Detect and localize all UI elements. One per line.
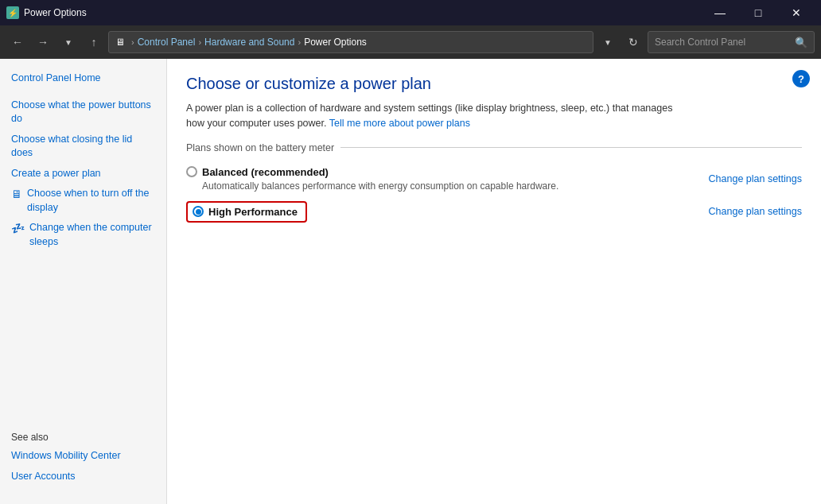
sidebar-link-turn-off-display[interactable]: 🖥 Choose when to turn off the display — [0, 184, 166, 218]
balanced-plan-name: Balanced (recommended) — [202, 166, 329, 178]
sep3: › — [298, 37, 301, 47]
app-icon: ⚡ — [6, 6, 19, 19]
high-performance-radio[interactable] — [193, 206, 204, 217]
sleep-icon: 💤 — [11, 221, 25, 237]
breadcrumb-icon: 🖥 — [115, 37, 125, 48]
search-box: 🔍 — [648, 31, 815, 53]
sidebar-link-sleep[interactable]: 💤 Change when the computer sleeps — [0, 218, 166, 252]
see-also-section: See also Windows Mobility Center User Ac… — [0, 425, 166, 494]
see-also-title: See also — [0, 425, 166, 446]
breadcrumb-hardware[interactable]: Hardware and Sound — [204, 37, 294, 48]
title-bar: ⚡ Power Options — □ ✕ — [0, 0, 821, 25]
breadcrumb-control-panel[interactable]: Control Panel — [138, 37, 196, 48]
high-performance-change-settings-link[interactable]: Change plan settings — [709, 206, 802, 217]
maximize-button[interactable]: □ — [740, 0, 776, 25]
search-icon: 🔍 — [795, 37, 807, 48]
balanced-plan-desc: Automatically balances performance with … — [186, 180, 558, 192]
up-button[interactable]: ↑ — [83, 31, 105, 53]
refresh-button[interactable]: ↻ — [622, 31, 644, 53]
address-dropdown-button[interactable]: ▼ — [597, 31, 619, 53]
sep1: › — [131, 37, 134, 47]
high-performance-plan-row: High Performance Change plan settings — [186, 196, 802, 227]
high-performance-plan-name: High Performance — [208, 206, 298, 218]
breadcrumb-current: Power Options — [304, 37, 367, 48]
sidebar-link-mobility-center[interactable]: Windows Mobility Center — [0, 446, 166, 467]
help-button[interactable]: ? — [792, 70, 810, 87]
sidebar-link-create-plan[interactable]: Create a power plan — [0, 164, 166, 184]
forward-button[interactable]: → — [32, 31, 54, 53]
address-bar: ← → ▼ ↑ 🖥 › Control Panel › Hardware and… — [0, 25, 821, 59]
learn-more-link[interactable]: Tell me more about power plans — [329, 118, 470, 129]
dropdown-button[interactable]: ▼ — [57, 31, 80, 53]
sidebar-home-link[interactable]: Control Panel Home — [0, 68, 166, 89]
high-performance-box: High Performance — [186, 201, 307, 223]
content-area: ? Choose or customize a power plan A pow… — [167, 59, 821, 504]
sep2: › — [198, 37, 201, 47]
balanced-plan-left: Balanced (recommended) Automatically bal… — [186, 166, 558, 192]
main-area: Control Panel Home Choose what the power… — [0, 59, 821, 504]
balanced-plan-row: Balanced (recommended) Automatically bal… — [186, 161, 802, 196]
sidebar-link-power-buttons[interactable]: Choose what the power buttons do — [0, 95, 166, 130]
display-icon: 🖥 — [11, 187, 22, 203]
page-title: Choose or customize a power plan — [186, 75, 802, 93]
balanced-change-settings-link[interactable]: Change plan settings — [709, 173, 802, 184]
plans-label: Plans shown on the battery meter — [186, 142, 802, 153]
minimize-button[interactable]: — — [702, 0, 738, 25]
sidebar: Control Panel Home Choose what the power… — [0, 59, 167, 504]
balanced-radio[interactable] — [186, 166, 197, 177]
search-input[interactable] — [655, 37, 790, 48]
breadcrumb-bar: 🖥 › Control Panel › Hardware and Sound ›… — [108, 31, 593, 53]
back-button[interactable]: ← — [6, 31, 29, 53]
sidebar-link-user-accounts[interactable]: User Accounts — [0, 467, 166, 487]
sidebar-link-closing-lid[interactable]: Choose what closing the lid does — [0, 130, 166, 164]
page-description: A power plan is a collection of hardware… — [186, 101, 679, 131]
close-button[interactable]: ✕ — [778, 0, 815, 25]
title-bar-text: Power Options — [24, 7, 702, 18]
title-bar-controls: — □ ✕ — [702, 0, 815, 25]
balanced-radio-row: Balanced (recommended) — [186, 166, 558, 178]
